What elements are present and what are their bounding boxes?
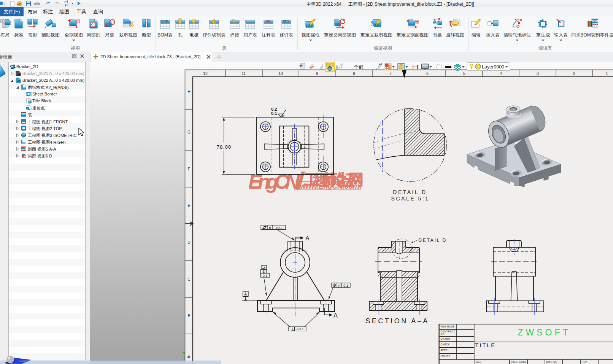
svg-text:A0.1: A0.1 bbox=[296, 327, 304, 331]
svg-text:0.1: 0.1 bbox=[271, 111, 277, 116]
svg-text:11: 11 bbox=[242, 71, 246, 76]
svg-text:BOM: BOM bbox=[161, 19, 168, 23]
svg-text:DETAIL D: DETAIL D bbox=[393, 189, 427, 195]
svg-text:REV: REV bbox=[582, 361, 588, 363]
svg-text:www.EngCN.com: www.EngCN.com bbox=[300, 182, 359, 190]
svg-text:CONTRACT: CONTRACT bbox=[441, 330, 455, 333]
svg-text:A: A bbox=[305, 235, 310, 242]
svg-text:EngCN: EngCN bbox=[248, 170, 300, 193]
svg-text:DETAIL D: DETAIL D bbox=[418, 238, 447, 243]
svg-text:0.1: 0.1 bbox=[343, 284, 348, 288]
svg-text:78.00: 78.00 bbox=[217, 144, 232, 150]
svg-text:C: C bbox=[187, 277, 191, 281]
svg-text:G: G bbox=[187, 130, 191, 134]
svg-text:E: E bbox=[262, 270, 265, 273]
svg-text:ISSUED: ISSUED bbox=[441, 355, 451, 358]
svg-text:5: 5 bbox=[463, 71, 465, 76]
svg-text:7: 7 bbox=[389, 71, 392, 76]
svg-text:ABC: ABC bbox=[266, 20, 271, 22]
svg-text:Layer0000: Layer0000 bbox=[482, 64, 504, 70]
svg-text:CAGE CODE: CAGE CODE bbox=[511, 361, 527, 363]
svg-text:B: B bbox=[269, 226, 271, 230]
svg-text:1: 1 bbox=[606, 71, 608, 76]
svg-text:28: 28 bbox=[375, 22, 378, 25]
svg-text:2: 2 bbox=[573, 71, 575, 76]
svg-text:8: 8 bbox=[353, 71, 355, 76]
svg-text:3: 3 bbox=[537, 71, 539, 76]
svg-text:A: A bbox=[244, 292, 247, 296]
svg-text:APPR: APPR bbox=[441, 349, 448, 351]
svg-text:CHECK: CHECK bbox=[441, 343, 450, 346]
svg-text:4: 4 bbox=[500, 71, 502, 76]
svg-text:DRAWN: DRAWN bbox=[441, 337, 451, 340]
svg-text:6: 6 bbox=[426, 71, 429, 76]
svg-text:SIZE: SIZE bbox=[476, 361, 482, 363]
svg-text:A: A bbox=[338, 284, 340, 288]
svg-text:H: H bbox=[187, 89, 191, 94]
svg-text:D: D bbox=[187, 240, 191, 245]
svg-text:0.1: 0.1 bbox=[263, 274, 268, 278]
svg-text:A: A bbox=[333, 312, 338, 319]
svg-text:ZWSOFT: ZWSOFT bbox=[518, 327, 570, 337]
svg-text:REV: REV bbox=[283, 19, 289, 23]
svg-text:R: R bbox=[282, 114, 285, 118]
svg-text:±0.2: ±0.2 bbox=[276, 226, 282, 230]
svg-text:FILE NAME: FILE NAME bbox=[441, 325, 455, 328]
svg-text:10: 10 bbox=[278, 71, 283, 76]
svg-text:SCALE 5:1: SCALE 5:1 bbox=[391, 196, 430, 202]
svg-text:12: 12 bbox=[203, 71, 208, 76]
svg-text:9: 9 bbox=[316, 71, 318, 76]
svg-text:DWG NO: DWG NO bbox=[546, 361, 557, 363]
svg-text:A: A bbox=[187, 355, 189, 359]
svg-text:E: E bbox=[187, 203, 190, 208]
svg-text:SECTION A–A: SECTION A–A bbox=[365, 317, 429, 325]
svg-text:全部: 全部 bbox=[354, 64, 364, 70]
svg-text:F: F bbox=[188, 167, 190, 171]
svg-text:NO: NO bbox=[441, 333, 445, 335]
svg-text:B: B bbox=[187, 313, 190, 318]
svg-text:TITLE: TITLE bbox=[475, 342, 496, 348]
